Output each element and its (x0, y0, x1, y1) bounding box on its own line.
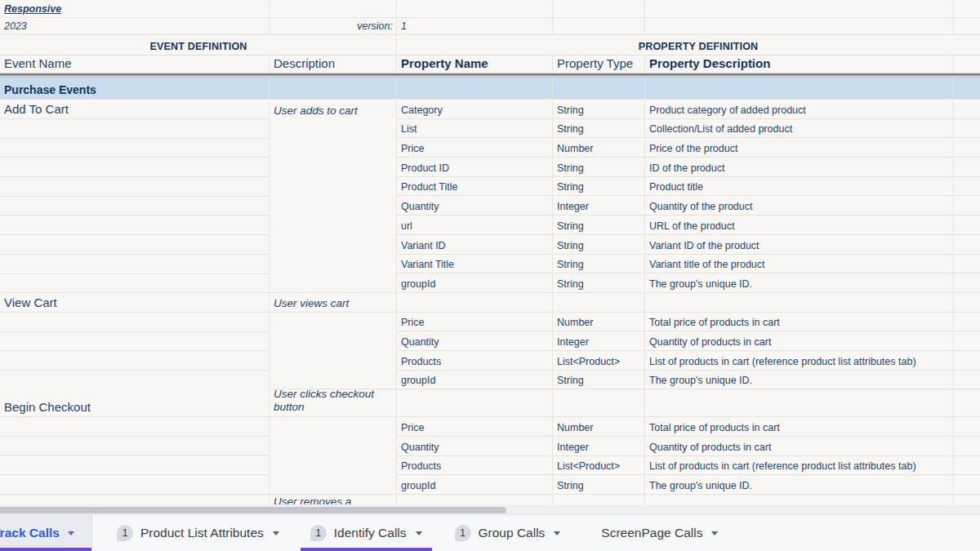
cell-property-type[interactable]: String (553, 216, 645, 235)
cell-property-description[interactable]: Price of the product (645, 138, 954, 158)
cell-empty[interactable] (954, 100, 980, 119)
cell-empty[interactable] (954, 119, 980, 139)
chevron-down-icon[interactable] (273, 531, 279, 535)
chevron-down-icon[interactable] (554, 531, 560, 535)
chevron-down-icon[interactable] (416, 531, 422, 535)
cell-property-name[interactable]: Product Title (397, 177, 553, 197)
cell-property-type[interactable]: List<Product> (553, 351, 645, 371)
tab-screenpage-calls[interactable]: ScreenPage Calls (591, 515, 728, 551)
cell-property-type[interactable]: String (553, 100, 645, 119)
cell-empty[interactable] (397, 389, 553, 417)
cell-event-description[interactable]: User views cart (270, 293, 396, 313)
cell-property-name[interactable]: groupId (397, 273, 553, 293)
cell-empty[interactable] (954, 331, 980, 351)
column-header-property-name[interactable]: Property Name (397, 56, 553, 73)
cell-empty[interactable] (645, 293, 954, 313)
chevron-down-icon[interactable] (68, 531, 74, 535)
cell-property-description[interactable]: The group's unique ID. (645, 371, 954, 390)
cell-event-name[interactable]: Add To Cart (0, 100, 269, 119)
merged-description-area[interactable] (270, 417, 396, 494)
cell-empty[interactable] (954, 475, 980, 495)
merged-description-area[interactable] (270, 119, 396, 292)
horizontal-scrollbar-thumb[interactable] (0, 507, 506, 513)
cell-empty[interactable] (954, 255, 980, 274)
cell-property-type[interactable]: String (553, 177, 645, 197)
cell-empty[interactable] (954, 18, 980, 35)
cell-property-name[interactable]: Variant Title (397, 255, 553, 274)
cell-empty[interactable] (645, 389, 954, 417)
cell-empty[interactable] (954, 235, 980, 255)
empty-event-rows[interactable] (0, 417, 269, 495)
cell-empty[interactable] (397, 495, 553, 504)
cell-empty[interactable] (954, 351, 980, 371)
cell-empty[interactable] (954, 389, 980, 417)
cell-empty[interactable] (645, 495, 954, 504)
cell-empty[interactable] (954, 196, 980, 216)
cell-empty[interactable] (954, 456, 980, 476)
cell-property-type[interactable]: Integer (553, 437, 645, 456)
cell-empty[interactable] (954, 0, 980, 18)
cell-property-type[interactable]: String (553, 255, 645, 274)
cell-property-name[interactable]: Category (397, 100, 553, 119)
cell-property-description[interactable]: List of products in cart (reference prod… (645, 351, 954, 371)
cell-property-name[interactable]: Quantity (397, 196, 553, 216)
cell-property-type[interactable]: Integer (553, 331, 645, 351)
merged-description-area[interactable] (270, 313, 396, 389)
cell-event-name[interactable]: Begin Checkout (0, 389, 269, 417)
cell-property-description[interactable]: Variant ID of the product (645, 235, 954, 255)
cell-empty[interactable] (645, 0, 954, 18)
cell-empty[interactable] (0, 495, 270, 504)
cell-property-name[interactable]: Price (397, 417, 553, 437)
cell-empty[interactable] (954, 273, 980, 293)
cell-version-value[interactable]: 1 (397, 18, 553, 35)
group-header-label[interactable]: Purchase Events (0, 78, 270, 100)
cell-empty[interactable] (954, 177, 980, 197)
cell-empty[interactable] (553, 18, 645, 35)
cell-property-name[interactable]: Products (397, 456, 553, 476)
cell-event-description[interactable]: User adds to cart (270, 100, 396, 119)
cell-property-name[interactable]: List (397, 119, 553, 139)
cell-property-description[interactable]: The group's unique ID. (645, 273, 954, 293)
cell-property-type[interactable]: Number (553, 313, 645, 332)
cell-empty[interactable] (954, 138, 980, 158)
tab-track-calls[interactable]: Track Calls (0, 515, 92, 551)
column-header-event-name[interactable]: Event Name (0, 56, 270, 73)
cell-empty[interactable] (645, 18, 954, 35)
cell-property-type[interactable]: String (553, 235, 645, 255)
chevron-down-icon[interactable] (711, 531, 718, 535)
cell-property-type[interactable]: String (553, 119, 645, 139)
cell-empty[interactable] (270, 78, 397, 100)
cell-property-name[interactable]: groupId (397, 475, 553, 495)
cell-version-label[interactable]: version: (270, 18, 397, 35)
cell-empty[interactable] (397, 0, 553, 18)
cell-empty[interactable] (954, 417, 980, 437)
cell-property-description[interactable]: Quantity of products in cart (645, 331, 954, 351)
tab-identify-calls[interactable]: 1 Identify Calls (301, 515, 432, 551)
tab-group-calls[interactable]: 1 Group Calls (445, 515, 571, 551)
cell-property-type[interactable]: Integer (553, 196, 645, 216)
cell-empty[interactable] (553, 78, 645, 100)
cell-empty[interactable] (954, 293, 980, 313)
cell-property-description[interactable]: List of products in cart (reference prod… (645, 456, 954, 476)
title-link[interactable]: Responsive (4, 3, 61, 15)
cell-empty[interactable] (954, 371, 980, 390)
cell-property-description[interactable]: Variant title of the product (645, 255, 954, 274)
cell-empty[interactable] (954, 78, 980, 100)
cell-property-description[interactable]: Collection/List of added product (645, 119, 954, 139)
cell-property-name[interactable]: Quantity (397, 437, 553, 456)
cell-property-description[interactable]: Quantity of products in cart (645, 437, 954, 456)
cell-property-description[interactable]: Total price of products in cart (645, 417, 954, 437)
cell-property-description[interactable]: Product category of added product (645, 100, 954, 119)
cell-property-name[interactable]: Products (397, 351, 553, 371)
cell-property-name[interactable]: url (397, 216, 553, 235)
cell-empty[interactable] (553, 389, 645, 417)
cell-property-description[interactable]: Total price of products in cart (645, 313, 954, 332)
cell-property-name[interactable]: Product ID (397, 158, 553, 177)
cell-property-name[interactable]: Variant ID (397, 235, 553, 255)
cell-event-name[interactable]: View Cart (0, 293, 269, 313)
cell-property-type[interactable]: String (553, 475, 645, 495)
horizontal-scrollbar-track[interactable] (0, 504, 980, 514)
cell-property-description[interactable]: Product title (645, 177, 954, 197)
property-definition-header[interactable]: PROPERTY DEFINITION (397, 35, 980, 56)
column-header-property-description[interactable]: Property Description (645, 56, 954, 73)
